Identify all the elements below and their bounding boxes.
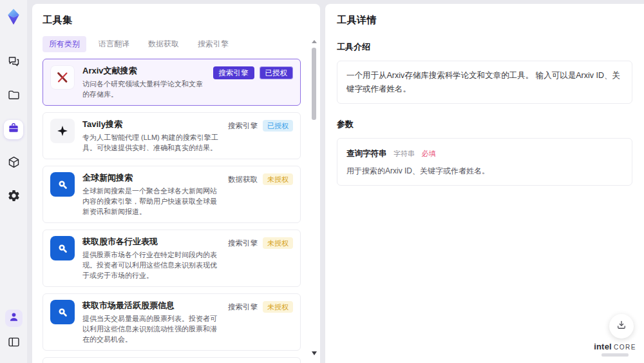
category-tabs: 所有类别 语言翻译 数据获取 搜索引擎 (43, 36, 310, 52)
tool-description: 访问各个研究领域大量科学论文和文章的存储库。 (82, 79, 205, 99)
tab-language-translation[interactable]: 语言翻译 (92, 36, 136, 52)
category-badge: 搜索引擎 (213, 66, 254, 79)
download-icon (616, 319, 627, 333)
page-title: 工具集 (43, 14, 310, 26)
left-rail (0, 0, 27, 363)
parameter-type: 字符串 (393, 150, 415, 157)
tool-intro-text: 一个用于从Arxiv存储库搜索科学论文和文章的工具。 输入可以是Arxiv ID… (337, 61, 632, 104)
app-logo-icon (5, 8, 23, 26)
tool-detail-panel: 工具详情 工具介绍 一个用于从Arxiv存储库搜索科学论文和文章的工具。 输入可… (325, 4, 644, 363)
rail-nav (4, 53, 23, 206)
files-nav-item[interactable] (4, 86, 23, 106)
panel-toggle-icon (7, 335, 21, 351)
tool-description: 提供当天交易量最高的股票列表。投资者可以利用这些信息来识别流动性强的股票和潜在的… (82, 313, 220, 344)
tool-card-list: Arxiv文献搜索 访问各个研究领域大量科学论文和文章的存储库。 搜索引擎 已授… (43, 59, 310, 363)
tools-nav-item[interactable] (4, 120, 23, 139)
auth-status-badge: 未授权 (263, 173, 293, 185)
tool-description: 全球新闻搜索是一个聚合全球各大新闻网站内容的搜索引擎，帮助用户快速获取全球最新资… (82, 186, 220, 217)
tool-card-active-stocks[interactable]: 获取市场最活跃股票信息 提供当天交易量最高的股票列表。投资者可以利用这些信息来识… (43, 293, 301, 351)
briefcase-icon (7, 122, 20, 137)
scrollbar-thumb[interactable] (312, 48, 316, 120)
chat-nav-item[interactable] (4, 53, 23, 72)
settings-nav-item[interactable] (4, 187, 23, 206)
tool-description: 提供股票市场各个行业在特定时间段内的表现。投资者可以利用这些信息来识别表现优于或… (82, 250, 220, 280)
category-label: 搜索引擎 (228, 237, 258, 249)
user-icon (8, 311, 20, 326)
tavily-star-icon (50, 119, 75, 143)
parameter-header: 查询字符串 字符串 必填 (346, 147, 623, 159)
stock-search-app-icon (50, 300, 75, 324)
intel-core-logo: intel CORE (594, 342, 636, 357)
tool-title: 获取股市各行业表现 (82, 236, 220, 248)
tool-card-global-news[interactable]: 全球新闻搜索 全球新闻搜索是一个聚合全球各大新闻网站内容的搜索引擎，帮助用户快速… (43, 166, 301, 223)
auth-status-badge: 已授权 (263, 120, 293, 132)
scrollbar-down-arrow-icon[interactable] (312, 351, 317, 358)
download-button[interactable] (609, 314, 634, 338)
cube-icon (7, 155, 21, 172)
tool-card-regional-news[interactable]: 万维地区新闻查询 查询具体行政区划内的新闻，快速了解各地新闻动 搜索引擎 未授权 (43, 357, 301, 363)
parameter-name: 查询字符串 (346, 149, 387, 158)
auth-status-badge: 未授权 (263, 237, 293, 249)
category-label: 搜索引擎 (228, 301, 258, 313)
gear-icon (7, 189, 21, 205)
news-search-app-icon (50, 172, 75, 197)
intel-wordmark: intel (594, 342, 612, 351)
packages-nav-item[interactable] (4, 153, 23, 173)
list-scrollbar[interactable] (311, 37, 317, 358)
tool-title: 获取市场最活跃股票信息 (82, 300, 220, 311)
auth-status-badge: 已授权 (260, 66, 294, 79)
intro-heading: 工具介绍 (337, 41, 632, 53)
tool-description: 专为人工智能代理 (LLM) 构建的搜索引擎工具。可快速提供实时、准确和真实的结… (82, 132, 220, 153)
parameter-description: 用于搜索的Arxiv ID、关键字或作者姓名。 (346, 165, 623, 177)
tools-panel: 工具集 所有类别 语言翻译 数据获取 搜索引擎 Arxiv文献搜索 访问各个研究… (32, 4, 320, 363)
tab-all-categories[interactable]: 所有类别 (43, 36, 86, 52)
tool-title: Tavily搜索 (82, 119, 220, 130)
app-window: 工具集 所有类别 语言翻译 数据获取 搜索引擎 Arxiv文献搜索 访问各个研究… (0, 0, 644, 363)
category-label: 数据获取 (228, 173, 258, 185)
stock-search-app-icon (50, 236, 75, 260)
category-label: 搜索引擎 (228, 120, 258, 132)
tab-search-engine[interactable]: 搜索引擎 (191, 36, 235, 52)
core-wordmark: CORE (614, 344, 636, 351)
params-heading: 参数 (337, 119, 632, 130)
tool-title: 全球新闻搜索 (82, 172, 220, 184)
folder-icon (7, 88, 21, 104)
detail-title: 工具详情 (337, 14, 632, 26)
chat-icon (7, 55, 21, 71)
collapse-sidebar-item[interactable] (4, 333, 23, 353)
arxiv-logo-icon (50, 65, 75, 90)
parameter-required-flag: 必填 (421, 150, 435, 157)
tool-card-arxiv[interactable]: Arxiv文献搜索 访问各个研究领域大量科学论文和文章的存储库。 搜索引擎 已授… (43, 59, 301, 106)
parameter-item: 查询字符串 字符串 必填 用于搜索的Arxiv ID、关键字或作者姓名。 (337, 138, 632, 186)
tool-title: Arxiv文献搜索 (82, 65, 205, 77)
tool-card-stock-sectors[interactable]: 获取股市各行业表现 提供股票市场各个行业在特定时间段内的表现。投资者可以利用这些… (43, 230, 301, 287)
tool-card-tavily[interactable]: Tavily搜索 专为人工智能代理 (LLM) 构建的搜索引擎工具。可快速提供实… (43, 112, 301, 159)
scrollbar-up-arrow-icon[interactable] (312, 37, 317, 43)
rail-bottom (4, 309, 23, 353)
profile-nav-item[interactable] (5, 309, 23, 327)
auth-status-badge: 未授权 (263, 301, 293, 313)
brand-subbar (601, 353, 629, 357)
tab-data-acquisition[interactable]: 数据获取 (142, 36, 185, 52)
